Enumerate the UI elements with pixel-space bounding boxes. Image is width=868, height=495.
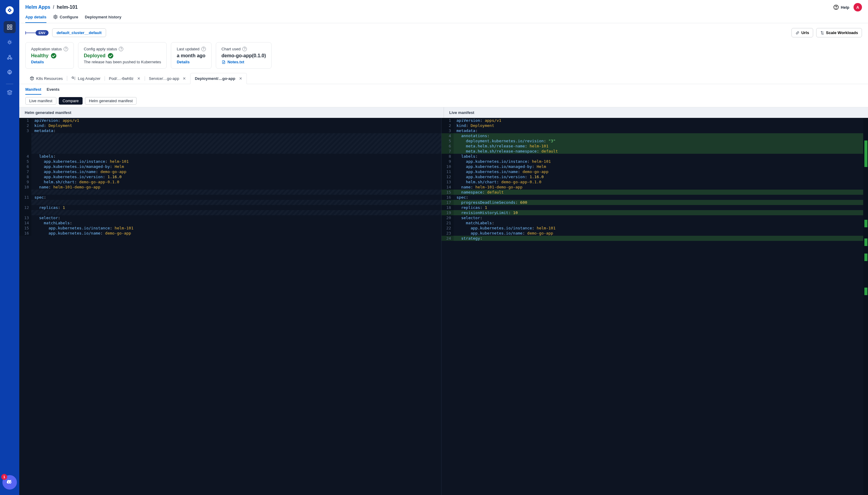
- code-line: 2kind: Deployment: [441, 123, 864, 128]
- code-line: 6 app.kubernetes.io/managed-by: Helm: [19, 164, 441, 169]
- code-line: 7 meta.helm.sh/release-namespace: defaul…: [441, 149, 864, 154]
- svg-rect-4: [7, 28, 9, 30]
- sub-tab-manifest[interactable]: Manifest: [25, 87, 41, 95]
- cube-icon: [30, 76, 34, 81]
- close-icon[interactable]: ✕: [137, 76, 140, 81]
- code-line: 9 helm.sh/chart: demo-go-app-0.1.0: [19, 180, 441, 185]
- card-last-updated: Last updated? a month ago Details: [171, 42, 211, 69]
- code-line: 17 progressDeadlineSeconds: 600: [441, 200, 864, 205]
- code-line: 14 name: helm-101-demo-go-app: [441, 185, 864, 190]
- gear-icon: [53, 15, 58, 19]
- cluster-icon: [7, 54, 13, 60]
- nav-cluster[interactable]: [4, 51, 16, 63]
- res-tab-k8s[interactable]: K8s Resources: [25, 73, 67, 84]
- close-icon[interactable]: ✕: [239, 76, 242, 81]
- res-tab-deployment[interactable]: Deployment/…go-app✕: [190, 73, 246, 84]
- code-line: 22 app.kubernetes.io/instance: helm-101: [441, 225, 864, 231]
- sidebar: 1: [0, 0, 19, 495]
- urls-button[interactable]: Urls: [792, 28, 813, 37]
- code-line: [19, 200, 441, 205]
- sub-tab-events[interactable]: Events: [47, 87, 60, 95]
- help-icon: [833, 4, 839, 10]
- svg-point-8: [7, 58, 9, 59]
- code-line: [19, 143, 441, 149]
- code-line: 8 labels:: [441, 154, 864, 159]
- discord-button[interactable]: 1: [2, 475, 17, 490]
- seg-live[interactable]: Live manifest: [25, 97, 56, 105]
- res-tab-pod[interactable]: Pod/…-6wh9z✕: [105, 73, 145, 84]
- code-line: 1apiVersion: apps/v1: [19, 118, 441, 123]
- code-line: 18 replicas: 1: [441, 205, 864, 210]
- code-line: 3metadata:: [441, 128, 864, 133]
- code-line: 9 app.kubernetes.io/instance: helm-101: [441, 159, 864, 164]
- svg-point-12: [836, 8, 836, 9]
- devtron-logo: [4, 5, 15, 16]
- file-icon: [222, 60, 226, 64]
- code-line: 7 app.kubernetes.io/name: demo-go-app: [19, 169, 441, 174]
- nav-apps[interactable]: [4, 21, 16, 33]
- code-line: [19, 190, 441, 195]
- svg-point-6: [9, 41, 11, 44]
- code-line: 14 matchLabels:: [19, 220, 441, 225]
- svg-rect-1: [9, 10, 10, 11]
- search-list-icon: [71, 76, 76, 81]
- svg-point-10: [9, 72, 11, 73]
- res-tab-service[interactable]: Service/…go-app✕: [145, 73, 190, 84]
- discord-badge: 1: [1, 474, 7, 480]
- code-line: 5 app.kubernetes.io/instance: helm-101: [19, 159, 441, 164]
- diff-header-left: Helm generated manifest: [19, 107, 444, 118]
- discord-icon: [6, 479, 13, 486]
- seg-compare[interactable]: Compare: [59, 97, 83, 105]
- breadcrumb-root[interactable]: Helm Apps: [25, 4, 50, 10]
- code-line: 16spec:: [441, 195, 864, 200]
- avatar[interactable]: A: [853, 3, 862, 12]
- code-line: 1apiVersion: apps/v1: [441, 118, 864, 123]
- svg-rect-3: [10, 25, 12, 27]
- seg-helm[interactable]: Helm generated manifest: [85, 97, 137, 105]
- stack-icon: [7, 89, 13, 96]
- code-line: [19, 149, 441, 154]
- help-icon[interactable]: ?: [64, 47, 68, 51]
- code-line: [19, 133, 441, 138]
- nav-helm[interactable]: [4, 36, 16, 48]
- tab-deployment-history[interactable]: Deployment history: [85, 15, 121, 23]
- check-icon: [108, 53, 113, 58]
- code-line: 16 app.kubernetes.io/name: demo-go-app: [19, 231, 441, 236]
- help-label: Help: [841, 5, 849, 10]
- tab-configure[interactable]: Configure: [53, 15, 78, 23]
- breadcrumb-current: helm-101: [57, 4, 77, 10]
- config-sub: The release has been pushed to Kubernete…: [84, 60, 161, 64]
- diff-pane-right: 1apiVersion: apps/v12kind: Deployment3me…: [441, 118, 864, 495]
- help-icon[interactable]: ?: [242, 47, 247, 51]
- diff-viewer[interactable]: 1apiVersion: apps/v12kind: Deployment3me…: [19, 118, 868, 495]
- code-line: 10 app.kubernetes.io/managed-by: Helm: [441, 164, 864, 169]
- scale-workloads-button[interactable]: Scale Workloads: [816, 28, 862, 37]
- help-button[interactable]: Help: [833, 4, 849, 10]
- env-badge: ENV: [36, 30, 49, 36]
- nav-settings[interactable]: [4, 66, 16, 79]
- minimap[interactable]: [863, 118, 868, 495]
- code-line: [19, 210, 441, 215]
- env-selector[interactable]: default_cluster__default: [52, 28, 106, 37]
- svg-point-14: [72, 77, 73, 79]
- nav-stack[interactable]: [4, 86, 16, 99]
- svg-rect-5: [10, 28, 12, 30]
- help-icon[interactable]: ?: [201, 47, 206, 51]
- notes-file-link[interactable]: Notes.txt: [222, 60, 266, 64]
- code-line: 6 meta.helm.sh/release-name: helm-101: [441, 143, 864, 149]
- card-app-status: Application status? Healthy Details: [25, 42, 74, 69]
- code-line: 15 app.kubernetes.io/instance: helm-101: [19, 225, 441, 231]
- app-status-details-link[interactable]: Details: [31, 60, 68, 64]
- code-line: 5 deployment.kubernetes.io/revision: "3": [441, 138, 864, 143]
- help-icon[interactable]: ?: [119, 47, 123, 51]
- check-icon: [51, 53, 56, 58]
- card-config-status: Config apply status? Deployed The releas…: [78, 42, 167, 69]
- last-updated-details-link[interactable]: Details: [177, 60, 206, 64]
- code-line: 2kind: Deployment: [19, 123, 441, 128]
- res-tab-log[interactable]: Log Analyzer: [67, 73, 105, 84]
- close-icon[interactable]: ✕: [183, 76, 186, 81]
- svg-point-9: [11, 58, 12, 59]
- card-chart-used: Chart used? demo-go-app(0.1.0) Notes.txt: [216, 42, 272, 69]
- tab-app-details[interactable]: App details: [25, 15, 47, 23]
- breadcrumb: Helm Apps / helm-101: [25, 4, 78, 10]
